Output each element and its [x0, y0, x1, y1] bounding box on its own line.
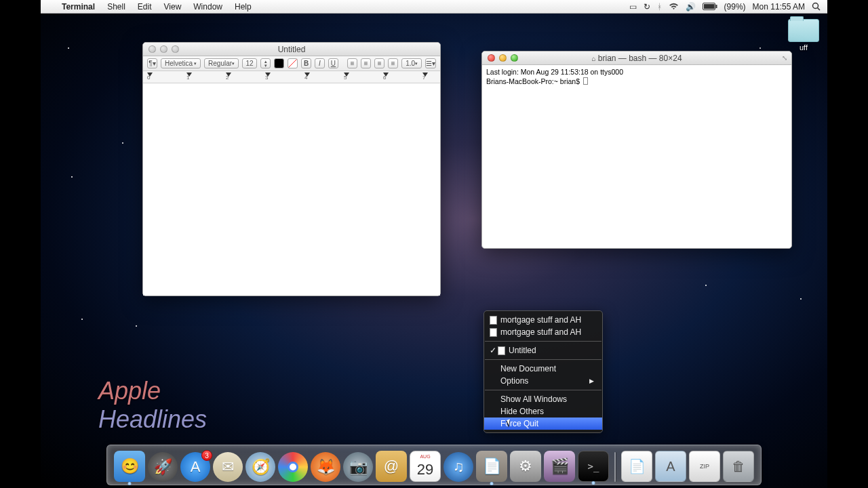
dock-contacts[interactable]: @ [376, 451, 407, 482]
underline-button[interactable]: U [328, 58, 338, 68]
folder-icon [788, 19, 819, 42]
dock-chrome[interactable] [278, 452, 308, 482]
menu-edit[interactable]: Edit [132, 2, 158, 12]
menu-recent-0[interactable]: mortgage stuff and AH [484, 314, 602, 326]
list-button[interactable]: ☰▾ [425, 58, 436, 68]
display-icon[interactable]: ▭ [629, 2, 637, 12]
dock-launchpad[interactable]: 🚀 [148, 452, 178, 482]
line-spacing-select[interactable]: 1.0▾ [401, 58, 422, 68]
menu-shell[interactable]: Shell [101, 2, 132, 12]
menubar: Terminal Shell Edit View Window Help ▭ ↻… [41, 0, 827, 14]
dock-context-menu: mortgage stuff and AH mortgage stuff and… [484, 310, 603, 433]
menu-new-document[interactable]: New Document [484, 363, 602, 375]
italic-button[interactable]: I [315, 58, 325, 68]
dock-mail[interactable]: ✉ [213, 452, 243, 482]
bluetooth-icon[interactable]: ᚼ [657, 2, 662, 12]
itunes-icon: ♫ [453, 458, 465, 476]
terminal-prompt: Brians-MacBook-Pro:~ brian$ [486, 77, 582, 85]
menu-options[interactable]: Options▶ [484, 375, 602, 387]
app-menu[interactable]: Terminal [56, 2, 101, 12]
ruler-4: 4 [304, 75, 307, 81]
dock-facetime[interactable]: 📷 [343, 452, 373, 482]
terminal-body[interactable]: Last login: Mon Aug 29 11:53:18 on ttys0… [482, 65, 791, 89]
textedit-window[interactable]: Untitled ¶▾ Helvetica▾ Regular▾ 12 ▴▾ B … [142, 42, 441, 296]
ruler-5: 5 [344, 75, 347, 81]
ruler-2: 2 [226, 75, 229, 81]
textedit-body[interactable] [143, 83, 440, 296]
desktop: Terminal Shell Edit View Window Help ▭ ↻… [41, 0, 827, 488]
desktop-folder[interactable]: uff [788, 19, 819, 52]
dock-imovie[interactable]: 🎬 [544, 451, 575, 482]
finder-icon: 😊 [121, 458, 139, 475]
terminal-cursor [583, 77, 588, 85]
ruler-7: 7 [422, 75, 425, 81]
submenu-arrow-icon: ▶ [589, 378, 594, 384]
align-justify-button[interactable]: ≡ [388, 58, 398, 68]
dock-stack-zip[interactable]: ZIP [689, 451, 720, 482]
dock-ical[interactable]: AUG29 [410, 451, 441, 482]
facetime-icon: 📷 [349, 458, 368, 476]
svg-point-3 [813, 3, 818, 9]
ruler-3: 3 [265, 75, 268, 81]
menu-show-all-windows[interactable]: Show All Windows [484, 393, 602, 405]
terminal-window[interactable]: ⌂ brian — bash — 80×24 ⤡ Last login: Mon… [481, 51, 792, 249]
dock-safari[interactable]: 🧭 [245, 452, 275, 482]
volume-icon[interactable]: 🔊 [686, 2, 696, 12]
dock-firefox[interactable]: 🦊 [311, 452, 340, 482]
running-indicator [592, 481, 595, 485]
menu-view[interactable]: View [158, 2, 188, 12]
imovie-icon: 🎬 [551, 458, 569, 475]
battery-icon[interactable] [703, 3, 717, 10]
dock-stack-doc[interactable]: 📄 [621, 451, 652, 482]
textedit-titlebar[interactable]: Untitled [143, 43, 440, 56]
dock-itunes[interactable]: ♫ [443, 452, 473, 482]
bg-color-button[interactable] [288, 58, 298, 68]
menu-window[interactable]: Window [187, 2, 229, 12]
font-size-field[interactable]: 12 [242, 58, 257, 68]
ruler[interactable]: 0 1 2 3 4 5 6 7 [143, 71, 440, 83]
ruler-1: 1 [186, 75, 189, 81]
watermark-line1: Apple [98, 377, 207, 405]
text-color-button[interactable] [274, 58, 284, 68]
menu-separator [485, 359, 601, 360]
align-right-button[interactable]: ≡ [374, 58, 384, 68]
font-size-stepper[interactable]: ▴▾ [260, 58, 271, 68]
dock-appstore[interactable]: A3 [180, 452, 210, 482]
textedit-title: Untitled [143, 45, 440, 54]
menu-window-untitled[interactable]: ✓Untitled [484, 344, 602, 357]
dock-stack-apps[interactable]: A [655, 451, 686, 482]
font-style-select[interactable]: Regular▾ [204, 58, 239, 68]
svg-rect-2 [704, 4, 715, 9]
stack-doc-icon: 📄 [629, 458, 646, 474]
menu-hide-others[interactable]: Hide Others [484, 405, 602, 418]
check-icon: ✓ [490, 346, 496, 355]
watermark: Apple Headlines [98, 377, 207, 434]
dock-terminal[interactable]: >_ [578, 451, 609, 482]
battery-percent: (99%) [724, 2, 746, 12]
launchpad-icon: 🚀 [154, 458, 172, 476]
clock[interactable]: Mon 11:55 AM [753, 2, 805, 12]
timemachine-icon[interactable]: ↻ [644, 2, 650, 12]
font-family-select[interactable]: Helvetica▾ [161, 58, 201, 68]
bold-button[interactable]: B [301, 58, 311, 68]
menu-help[interactable]: Help [229, 2, 258, 12]
dock-textedit[interactable]: 📄 [476, 451, 507, 482]
terminal-titlebar[interactable]: ⌂ brian — bash — 80×24 ⤡ [482, 52, 791, 65]
badge: 3 [201, 450, 212, 461]
dock-finder[interactable]: 😊 [114, 451, 145, 482]
spotlight-icon[interactable] [812, 2, 821, 11]
menu-force-quit[interactable]: Force Quit [484, 418, 602, 430]
font-family-label: Helvetica [165, 60, 193, 67]
dock: 😊🚀A3✉🧭🦊📷@AUG29♫📄⚙🎬>_📄AZIP🗑 [106, 445, 762, 485]
styles-dropdown[interactable]: ¶▾ [147, 58, 157, 68]
wifi-icon[interactable] [669, 3, 679, 10]
menu-recent-1[interactable]: mortgage stuff and AH [484, 326, 602, 338]
resize-corner-icon[interactable]: ⤡ [782, 54, 787, 62]
align-left-button[interactable]: ≡ [347, 58, 357, 68]
textedit-icon: 📄 [483, 458, 501, 475]
firefox-icon: 🦊 [317, 458, 335, 476]
dock-sysprefs[interactable]: ⚙ [510, 451, 541, 482]
align-center-button[interactable]: ≡ [361, 58, 371, 68]
dock-trash[interactable]: 🗑 [723, 451, 754, 482]
appstore-icon: A [191, 458, 201, 476]
